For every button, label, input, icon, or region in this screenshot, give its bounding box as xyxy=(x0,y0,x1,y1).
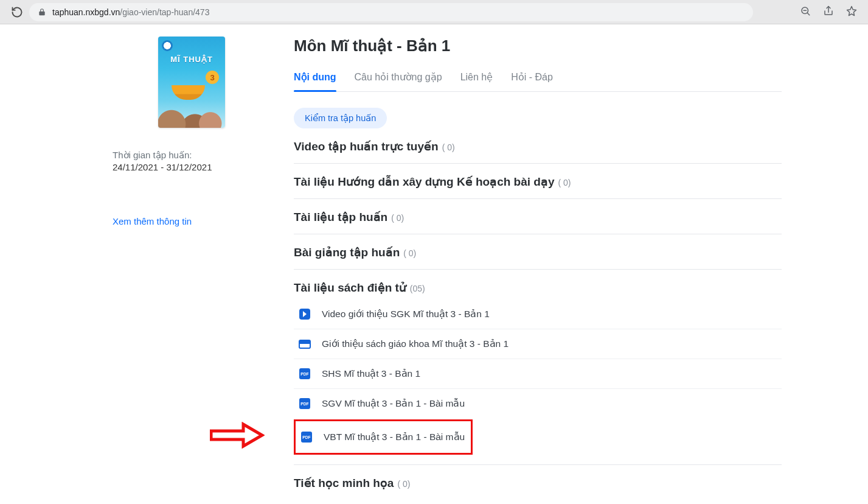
section-count: ( 0) xyxy=(391,213,404,223)
more-info-link[interactable]: Xem thêm thông tin xyxy=(113,216,192,226)
doc-item-vbt[interactable]: PDF VBT Mĩ thuật 3 - Bản 1 - Bài mẫu xyxy=(299,422,467,452)
address-bar[interactable]: taphuan.nxbgd.vn/giao-vien/tap-huan/473 xyxy=(29,3,753,21)
doc-label: VBT Mĩ thuật 3 - Bản 1 - Bài mẫu xyxy=(324,432,465,443)
doc-list: Video giới thiệu SGK Mĩ thuật 3 - Bản 1 … xyxy=(294,299,782,455)
section-title: Tài liệu tập huấn xyxy=(294,210,387,224)
url-path: /giao-vien/tap-huan/473 xyxy=(120,7,209,17)
section-tai-lieu-tap-huan[interactable]: Tài liệu tập huấn ( 0) xyxy=(294,199,782,234)
pdf-icon: PDF xyxy=(299,397,311,410)
main: Môn Mĩ thuật - Bản 1 Nội dung Câu hỏi th… xyxy=(294,37,782,500)
cover-grade-badge: 3 xyxy=(206,71,219,84)
annotation-wrapper: PDF VBT Mĩ thuật 3 - Bản 1 - Bài mẫu xyxy=(294,419,782,455)
tabs: Nội dung Câu hỏi thường gặp Liên hệ Hỏi … xyxy=(294,55,782,92)
section-count: ( 0) xyxy=(558,178,571,187)
pdf-icon: PDF xyxy=(299,368,311,380)
cover-art-rocks xyxy=(158,91,225,128)
doc-label: Giới thiệu sách giáo khoa Mĩ thuật 3 - B… xyxy=(322,338,509,349)
training-period: Thời gian tập huấn: 24/11/2021 - 31/12/2… xyxy=(113,150,212,172)
doc-item-slide-intro[interactable]: Giới thiệu sách giáo khoa Mĩ thuật 3 - B… xyxy=(294,329,782,359)
book-cover: MĨ THUẬT 3 xyxy=(158,37,225,128)
browser-toolbar: taphuan.nxbgd.vn/giao-vien/tap-huan/473 xyxy=(0,0,868,24)
section-count: ( 0) xyxy=(397,479,410,489)
lock-icon xyxy=(38,8,46,16)
doc-label: Video giới thiệu SGK Mĩ thuật 3 - Bản 1 xyxy=(322,309,490,320)
section-head[interactable]: Tài liệu sách điện tử (05) xyxy=(294,281,782,295)
section-title: Bài giảng tập huấn xyxy=(294,245,400,259)
tab-cau-hoi-thuong-gap[interactable]: Câu hỏi thường gặp xyxy=(355,66,442,91)
reload-icon[interactable] xyxy=(11,6,23,18)
url-host: taphuan.nxbgd.vn xyxy=(52,7,120,17)
pdf-icon: PDF xyxy=(300,431,313,443)
training-period-dates: 24/11/2021 - 31/12/2021 xyxy=(113,162,212,172)
doc-item-sgv[interactable]: PDF SGV Mĩ thuật 3 - Bản 1 - Bài mẫu xyxy=(294,388,782,418)
url-text: taphuan.nxbgd.vn/giao-vien/tap-huan/473 xyxy=(52,7,209,17)
zoom-out-icon[interactable] xyxy=(800,5,811,19)
cover-title: MĨ THUẬT xyxy=(158,55,225,64)
training-period-label: Thời gian tập huấn: xyxy=(113,150,212,161)
play-icon xyxy=(299,308,311,320)
page-content: MĨ THUẬT 3 Thời gian tập huấn: 24/11/202… xyxy=(113,24,782,504)
section-title: Tiết học minh họa xyxy=(294,476,394,490)
slide-icon xyxy=(299,338,311,350)
section-video-tap-huan-truc-tuyen[interactable]: Video tập huấn trực tuyến ( 0) xyxy=(294,128,782,164)
doc-label: SHS Mĩ thuật 3 - Bản 1 xyxy=(322,368,420,379)
tab-noi-dung[interactable]: Nội dung xyxy=(294,66,336,91)
doc-item-video-intro[interactable]: Video giới thiệu SGK Mĩ thuật 3 - Bản 1 xyxy=(294,299,782,329)
doc-label: SGV Mĩ thuật 3 - Bản 1 - Bài mẫu xyxy=(322,398,465,409)
highlight-box: PDF VBT Mĩ thuật 3 - Bản 1 - Bài mẫu xyxy=(294,419,473,455)
section-tai-lieu-sach-dien-tu: Tài liệu sách điện tử (05) Video giới th… xyxy=(294,270,782,465)
chrome-actions xyxy=(800,5,857,19)
star-icon[interactable] xyxy=(846,5,857,19)
section-bai-giang-tap-huan[interactable]: Bài giảng tập huấn ( 0) xyxy=(294,234,782,270)
section-tai-lieu-huong-dan[interactable]: Tài liệu Hướng dẫn xây dựng Kế hoạch bài… xyxy=(294,164,782,199)
doc-item-shs[interactable]: PDF SHS Mĩ thuật 3 - Bản 1 xyxy=(294,359,782,388)
section-count: ( 0) xyxy=(442,142,455,152)
check-training-button[interactable]: Kiểm tra tập huấn xyxy=(294,108,387,128)
tab-hoi-dap[interactable]: Hỏi - Đáp xyxy=(511,66,553,91)
section-count: (05) xyxy=(410,284,425,293)
page-title: Môn Mĩ thuật - Bản 1 xyxy=(294,37,782,55)
tab-lien-he[interactable]: Liên hệ xyxy=(460,66,493,91)
section-title: Tài liệu sách điện tử xyxy=(294,281,406,295)
section-title: Video tập huấn trực tuyến xyxy=(294,139,439,153)
section-tiet-hoc-minh-hoa[interactable]: Tiết học minh họa ( 0) xyxy=(294,465,782,500)
section-count: ( 0) xyxy=(403,248,416,258)
arrow-annotation-icon xyxy=(210,422,265,449)
section-title: Tài liệu Hướng dẫn xây dựng Kế hoạch bài… xyxy=(294,175,555,189)
share-icon[interactable] xyxy=(823,5,834,19)
